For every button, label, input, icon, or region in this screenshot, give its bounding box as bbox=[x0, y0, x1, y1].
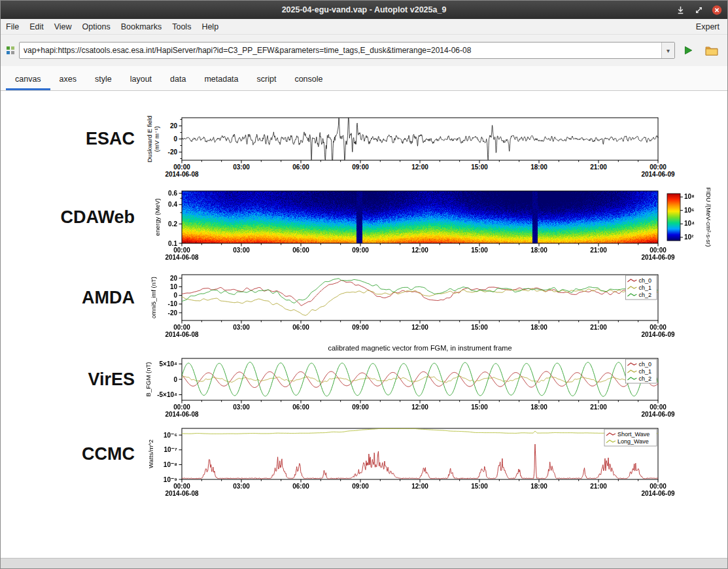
tab-axes[interactable]: axes bbox=[50, 69, 86, 90]
colorbar-tick-label: 10² bbox=[684, 233, 694, 241]
time-tick-label: 00:00 bbox=[173, 324, 190, 331]
titlebar[interactable]: 2025-04-egu-vand.vap - Autoplot v2025a_9 bbox=[1, 1, 727, 19]
time-tick-label: 06:00 bbox=[292, 247, 309, 254]
tab-data[interactable]: data bbox=[161, 69, 195, 90]
minimize-button[interactable] bbox=[675, 5, 685, 15]
y-tick-label: 0.4 bbox=[168, 201, 177, 208]
plot-frame bbox=[182, 191, 658, 243]
time-tick-label: 12:00 bbox=[411, 247, 428, 254]
y-tick-label: 5×10⁴ bbox=[160, 360, 178, 368]
y-axis-title: omni5_imf (nT) bbox=[150, 277, 157, 319]
start-date-label: 2014-06-08 bbox=[165, 254, 199, 261]
colorbar bbox=[667, 194, 680, 241]
end-date-label: 2014-06-09 bbox=[641, 411, 675, 418]
plot-row-esac: 00:0003:0006:0009:0012:0015:0018:0021:00… bbox=[1, 108, 727, 183]
plot-go-button[interactable] bbox=[678, 41, 699, 60]
time-tick-label: 21:00 bbox=[590, 404, 607, 411]
time-tick-label: 15:00 bbox=[471, 483, 488, 490]
start-date-label: 2014-06-08 bbox=[165, 490, 199, 497]
menu-file[interactable]: File bbox=[1, 22, 24, 31]
series-ch_0 bbox=[182, 371, 658, 388]
time-tick-label: 09:00 bbox=[352, 164, 369, 171]
ccmc-plot[interactable]: 00:0003:0006:0009:0012:0015:0018:0021:00… bbox=[141, 423, 728, 500]
uri-combobox[interactable]: ▾ bbox=[19, 42, 675, 59]
start-date-label: 2014-06-08 bbox=[165, 411, 199, 418]
time-tick-label: 03:00 bbox=[233, 324, 250, 331]
time-tick-label: 00:00 bbox=[650, 247, 667, 254]
grid-icon bbox=[6, 46, 15, 55]
series-Long_Wave bbox=[182, 428, 658, 434]
autoplot-window: 2025-04-egu-vand.vap - Autoplot v2025a_9… bbox=[0, 0, 728, 569]
time-tick-label: 03:00 bbox=[233, 404, 250, 411]
datasource-grid-icon[interactable] bbox=[6, 46, 15, 55]
series-ch_2 bbox=[182, 279, 658, 303]
menu-tools[interactable]: Tools bbox=[167, 22, 196, 31]
maximize-button[interactable] bbox=[693, 5, 704, 15]
legend-label: ch_1 bbox=[638, 284, 651, 291]
amda-plot[interactable]: 00:0003:0006:0009:0012:0015:0018:0021:00… bbox=[141, 267, 728, 339]
menu-bookmarks[interactable]: Bookmarks bbox=[116, 22, 167, 31]
time-tick-label: 21:00 bbox=[590, 324, 607, 331]
legend: Short_WaveLong_Wave bbox=[604, 429, 657, 446]
tab-canvas[interactable]: canvas bbox=[6, 69, 50, 90]
plot-row-vires: 00:0003:0006:0009:0012:0015:0018:0021:00… bbox=[1, 341, 727, 420]
series-E_dusk bbox=[182, 118, 658, 160]
menu-help[interactable]: Help bbox=[196, 22, 224, 31]
time-tick-label: 09:00 bbox=[352, 247, 369, 254]
time-tick-label: 12:00 bbox=[411, 404, 428, 411]
time-tick-label: 06:00 bbox=[292, 324, 309, 331]
start-date-label: 2014-06-08 bbox=[165, 331, 199, 338]
time-tick-label: 18:00 bbox=[530, 324, 547, 331]
y-tick-label: 0 bbox=[173, 292, 177, 299]
vires-plot[interactable]: 00:0003:0006:0009:0012:0015:0018:0021:00… bbox=[141, 341, 728, 420]
chevron-down-icon: ▾ bbox=[667, 47, 670, 54]
time-tick-label: 09:00 bbox=[352, 483, 369, 490]
menu-options[interactable]: Options bbox=[77, 22, 116, 31]
legend: ch_0ch_1ch_2 bbox=[625, 359, 657, 383]
time-tick-label: 09:00 bbox=[352, 324, 369, 331]
uri-dropdown-button[interactable]: ▾ bbox=[661, 43, 674, 58]
time-tick-label: 00:00 bbox=[650, 164, 667, 171]
time-tick-label: 00:00 bbox=[173, 247, 190, 254]
series-ch_2 bbox=[182, 362, 658, 396]
time-tick-label: 00:00 bbox=[173, 483, 190, 490]
expert-mode-label[interactable]: Expert bbox=[696, 22, 727, 31]
legend: ch_0ch_1ch_2 bbox=[625, 275, 657, 300]
time-tick-label: 12:00 bbox=[411, 483, 428, 490]
legend-label: ch_1 bbox=[638, 368, 651, 375]
tab-layout[interactable]: layout bbox=[121, 69, 161, 90]
y-tick-label: 0 bbox=[173, 376, 177, 383]
menu-edit[interactable]: Edit bbox=[24, 22, 49, 31]
play-icon bbox=[683, 45, 693, 56]
time-tick-label: 03:00 bbox=[233, 164, 250, 171]
time-tick-label: 00:00 bbox=[650, 404, 667, 411]
time-tick-label: 18:00 bbox=[530, 404, 547, 411]
legend-label: ch_2 bbox=[638, 292, 651, 298]
time-tick-label: 09:00 bbox=[352, 404, 369, 411]
tabbar: canvas axes style layout data metadata s… bbox=[1, 66, 727, 91]
folder-icon bbox=[705, 45, 718, 56]
y-axis-title: (mV m⁻¹) bbox=[153, 126, 160, 152]
y-tick-label: -10 bbox=[168, 300, 178, 307]
close-icon bbox=[712, 5, 722, 16]
maximize-icon bbox=[695, 6, 703, 14]
tab-script[interactable]: script bbox=[248, 69, 286, 90]
colorbar-tick-label: 10⁶ bbox=[684, 207, 695, 214]
start-date-label: 2014-06-08 bbox=[165, 171, 199, 178]
y-tick-label: 10⁻⁹ bbox=[164, 476, 177, 483]
tab-style[interactable]: style bbox=[86, 69, 121, 90]
browse-button[interactable] bbox=[701, 41, 722, 60]
close-button[interactable] bbox=[712, 5, 722, 15]
plot-row-cdaweb: 00:0003:0006:0009:0012:0015:0018:0021:00… bbox=[1, 186, 727, 262]
y-axis-title: energy (MeV) bbox=[154, 198, 161, 236]
cdaweb-plot[interactable]: 00:0003:0006:0009:0012:0015:0018:0021:00… bbox=[141, 186, 728, 262]
tab-console[interactable]: console bbox=[285, 69, 332, 90]
esac-plot[interactable]: 00:0003:0006:0009:0012:0015:0018:0021:00… bbox=[141, 108, 728, 183]
tab-metadata[interactable]: metadata bbox=[195, 69, 247, 90]
menu-view[interactable]: View bbox=[49, 22, 77, 31]
y-tick-label: 0.6 bbox=[168, 190, 177, 197]
uri-input[interactable] bbox=[20, 46, 661, 55]
y-tick-label: 0.2 bbox=[168, 220, 177, 228]
statusbar bbox=[1, 558, 727, 568]
legend-label: ch_2 bbox=[638, 375, 651, 382]
